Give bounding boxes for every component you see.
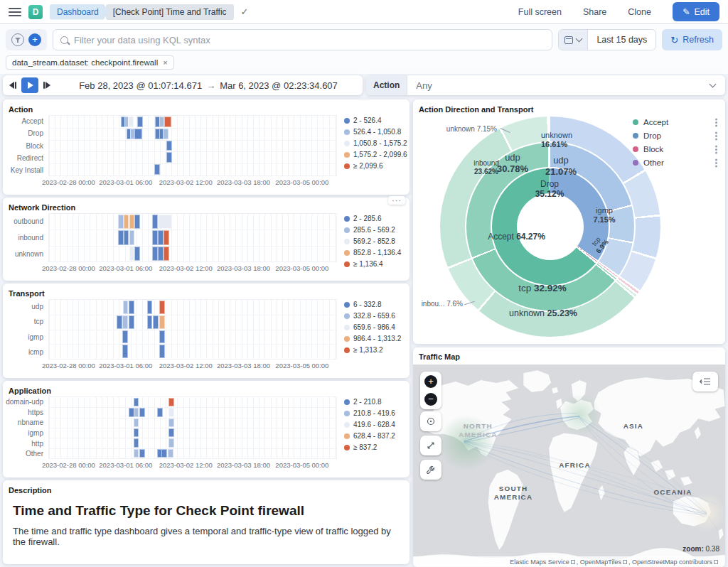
heatmap-cell[interactable] [152,247,158,261]
heatmap-cell[interactable] [124,215,129,229]
heatmap-cell[interactable] [168,398,174,406]
more-options-icon[interactable] [715,148,717,151]
legend-item[interactable]: ≥ 1,313.2 [344,346,404,354]
pie-legend-item[interactable]: Other [633,158,719,167]
heatmap-cell[interactable] [154,164,160,175]
heatmap-cell[interactable] [122,315,128,329]
heatmap-cell[interactable] [158,215,172,229]
pie-legend-item[interactable]: Drop [633,131,719,140]
heatmap-cell[interactable] [137,117,143,127]
play-button[interactable] [21,77,38,93]
heatmap-cell[interactable] [128,117,134,127]
heatmap-cell[interactable] [163,129,168,139]
action-control[interactable]: Action Any [366,75,725,95]
legend-item[interactable]: ≥ 2,099.6 [344,162,404,170]
attribution-link[interactable]: Elastic Maps Service [510,558,569,566]
heatmap-cell[interactable] [129,215,135,229]
heatmap-cell[interactable] [134,428,139,437]
heatmap-cell[interactable] [159,315,165,329]
heatmap-cell[interactable] [147,315,153,329]
legend-item[interactable]: 419.6 - 628.4 [344,421,404,428]
heatmap-cell[interactable] [129,230,135,244]
heatmap-cell[interactable] [134,408,139,416]
heatmap-cell[interactable] [134,129,142,139]
heatmap-cell[interactable] [166,152,172,163]
heatmap-plot[interactable] [48,213,337,262]
legend-item[interactable]: ≥ 1,136.4 [344,260,404,268]
heatmap-cell[interactable] [153,315,159,329]
legend-item[interactable]: 986.4 - 1,313.2 [344,335,404,342]
heatmap-cell[interactable] [129,301,134,314]
heatmap-cell[interactable] [158,247,164,261]
heatmap-cell[interactable] [122,345,128,358]
edit-button[interactable]: ✎ Edit [673,2,719,21]
control-value[interactable]: Any [407,80,710,91]
heatmap-cell[interactable] [134,438,139,447]
attribution-link[interactable]: OpenStreetMap contributors [632,558,712,566]
zoom-in-button[interactable]: + [424,375,437,388]
legend-item[interactable]: 1,575.2 - 2,099.6 [344,151,404,158]
heatmap-cell[interactable] [123,301,129,314]
time-range-value[interactable]: Last 15 days [588,35,655,45]
full-screen-link[interactable]: Full screen [518,7,562,17]
dashboard-app-icon[interactable]: D [28,5,43,19]
legend-item[interactable]: 2 - 210.8 [344,398,404,406]
heatmap-cell[interactable] [134,215,140,229]
heatmap-cell[interactable] [161,449,167,458]
heatmap-plot[interactable] [48,115,337,176]
measure-button[interactable] [420,436,441,455]
legend-item[interactable]: 659.6 - 986.4 [344,323,404,331]
world-map[interactable]: NORTH AMERICA SOUTH AMERICA AFRICA ASIA … [413,364,725,567]
pie-legend-item[interactable]: Block [633,145,719,153]
date-picker[interactable]: Last 15 days [558,29,656,50]
heatmap-cell[interactable] [124,230,129,244]
heatmap-cell[interactable] [122,330,128,344]
heatmap-cell[interactable] [134,247,140,261]
heatmap-cell[interactable] [139,449,145,458]
sunburst-chart[interactable]: unknown 7.15% unknown16.61% inbound23.62… [413,99,725,344]
heatmap-plot[interactable] [48,299,337,360]
legend-item[interactable]: 852.8 - 1,136.4 [344,249,404,256]
more-options-icon[interactable] [715,135,717,137]
heatmap-cell[interactable] [164,230,169,244]
share-link[interactable]: Share [583,7,606,17]
heatmap-cell[interactable] [117,315,122,329]
panel-options-icon[interactable]: ··· [388,196,405,205]
legend-item[interactable]: 1,050.8 - 1,575.2 [344,139,404,147]
filter-pill[interactable]: data_stream.dataset: checkpoint.firewall… [6,55,174,70]
legend-item[interactable]: 2 - 526.4 [344,117,404,124]
next-time-window-button[interactable] [38,77,55,93]
heatmap-cell[interactable] [168,438,174,447]
heatmap-cell[interactable] [134,398,139,406]
legend-item[interactable]: 569.2 - 852.8 [344,237,404,245]
legend-item[interactable]: 210.8 - 419.6 [344,409,404,417]
legend-item[interactable]: 332.8 - 659.6 [344,312,404,320]
filter-icon[interactable] [11,33,24,46]
previous-time-window-button[interactable] [4,77,21,93]
refresh-button[interactable]: ↻ Refresh [662,29,722,50]
legend-item[interactable]: 526.4 - 1,050.8 [344,128,404,136]
menu-icon[interactable] [9,8,21,16]
heatmap-cell[interactable] [168,408,174,416]
set-view-button[interactable] [420,411,441,431]
heatmap-cell[interactable] [164,247,169,261]
more-options-icon[interactable] [715,162,717,164]
attribution-link[interactable]: OpenMapTiles [580,558,621,566]
heatmap-cell[interactable] [158,230,164,244]
legend-item[interactable]: 628.4 - 837.2 [344,432,404,440]
heatmap-cell[interactable] [159,330,165,344]
tools-button[interactable] [420,460,441,480]
legend-item[interactable]: 2 - 285.6 [344,215,404,222]
heatmap-cell[interactable] [147,301,153,314]
heatmap-cell[interactable] [134,449,139,458]
heatmap-cell[interactable] [168,449,173,458]
legend-item[interactable]: 6 - 332.8 [344,301,404,308]
heatmap-cell[interactable] [118,230,124,244]
legend-item[interactable]: ≥ 837.2 [344,443,404,451]
date-picker-menu[interactable] [559,30,588,50]
heatmap-cell[interactable] [166,141,172,151]
heatmap-cell[interactable] [159,117,165,127]
kql-search-input[interactable]: Filter your data using KQL syntax [53,29,552,50]
heatmap-cell[interactable] [152,230,158,244]
more-options-icon[interactable] [715,122,717,124]
